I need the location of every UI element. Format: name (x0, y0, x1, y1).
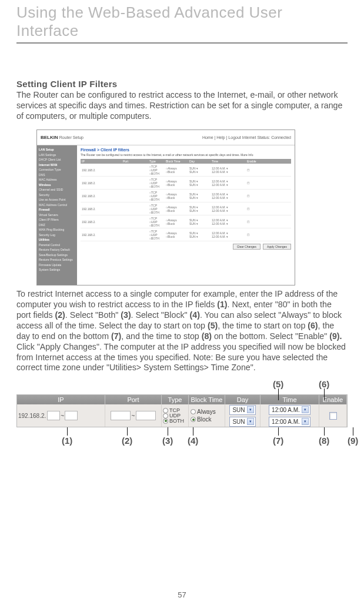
ip-end-input[interactable] (65, 411, 78, 420)
header-block-time: Block Time (189, 395, 225, 404)
day-end-select[interactable]: SUN▾ (229, 417, 255, 427)
enable-checkbox[interactable] (329, 412, 337, 420)
chevron-down-icon: ▾ (247, 406, 254, 413)
header-type: Type (162, 395, 189, 404)
header-ip: IP (17, 395, 105, 404)
chevron-down-icon: ▾ (302, 418, 309, 425)
tilde: ~ (61, 413, 64, 419)
title-rule (16, 42, 348, 44)
port-end-input[interactable] (136, 411, 156, 420)
callout-6: (6) (319, 379, 329, 389)
callout-1: (1) (62, 436, 72, 446)
block-always-radio[interactable]: Always (191, 409, 216, 415)
ip-start-input[interactable] (47, 411, 60, 420)
annotated-filter-diagram: (5) (6) IP 192.168.2. ~ Port ~ Type (16, 377, 348, 451)
port-start-input[interactable] (111, 411, 131, 420)
chevron-down-icon: ▾ (247, 418, 254, 425)
screenshot-main: Firewall > Client IP filters The Router … (77, 145, 295, 285)
section-heading: Setting Client IP Filters (16, 79, 348, 89)
day-start-select[interactable]: SUN▾ (229, 405, 255, 415)
header-time: Time (261, 395, 319, 404)
screenshot-brand: BELKIN Router Setup (41, 135, 84, 140)
type-both-radio[interactable]: BOTH (163, 419, 184, 424)
router-admin-screenshot: BELKIN Router Setup Home | Help | Logout… (36, 129, 295, 285)
callout-3: (3) (162, 436, 173, 446)
callout-2: (2) (122, 436, 132, 446)
callout-9: (9) (348, 436, 358, 446)
header-port: Port (105, 395, 162, 404)
time-start-select[interactable]: 12:00 A.M.▾ (269, 405, 310, 415)
screenshot-header-right: Home | Help | Logout Internet Status: Co… (202, 135, 291, 140)
block-block-radio[interactable]: Block (191, 417, 211, 423)
callout-8: (8) (319, 436, 329, 446)
chevron-down-icon: ▾ (302, 406, 309, 413)
header-day: Day (225, 395, 261, 404)
callout-4: (4) (188, 436, 198, 446)
intro-paragraph: The Router can be configured to restrict… (16, 90, 348, 121)
time-end-select[interactable]: 12:00 A.M.▾ (269, 417, 310, 427)
callout-7: (7) (273, 436, 283, 446)
page-number: 57 (0, 590, 364, 599)
callout-5: (5) (273, 379, 283, 389)
screenshot-sidebar: LAN Setup LAN Settings DHCP Client List … (37, 145, 77, 285)
ip-prefix: 192.168.2. (18, 413, 46, 419)
page-title: Using the Web-Based Advanced User Interf… (16, 0, 348, 40)
instructions-paragraph: To restrict Internet access to a single … (16, 289, 348, 373)
filter-row-example: IP 192.168.2. ~ Port ~ Type TCP UDP BOTH (16, 394, 348, 427)
